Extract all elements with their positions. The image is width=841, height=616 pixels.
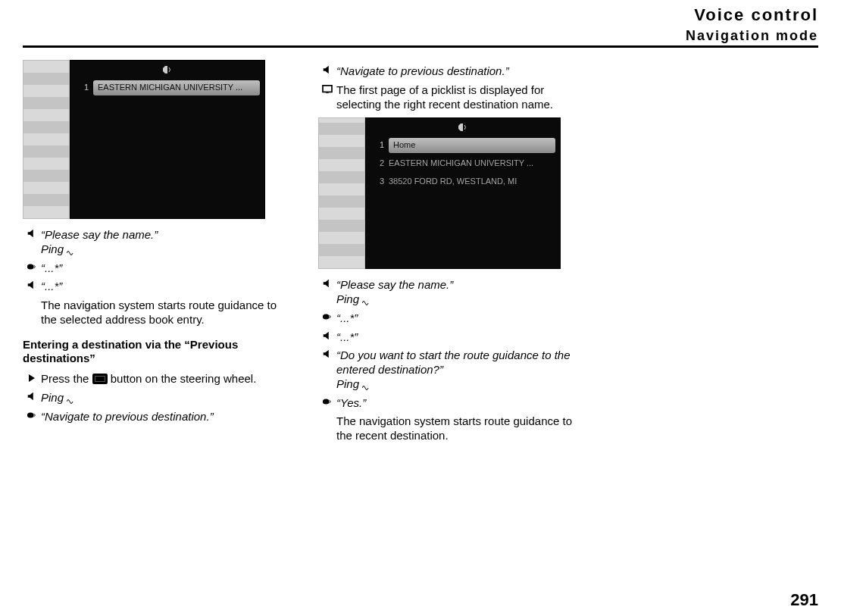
device-screen: 1 Home 2 EASTERN MICHIGAN UNIVERSITY ...… [365, 117, 561, 269]
row-label: 38520 FORD RD, WESTLAND, MI [389, 177, 555, 187]
screenshot-address-book: 1 EASTERN MICHIGAN UNIVERSITY ... [23, 60, 265, 219]
step-text: “Please say the name.” [336, 278, 453, 291]
step-text-ping: Ping [336, 292, 359, 305]
signal-icon [67, 246, 74, 254]
step-text-ping: Ping [41, 242, 64, 255]
speaker-left-icon [23, 280, 41, 294]
speaker-left-icon [23, 228, 41, 257]
step-text: Press the button on the steering wheel. [41, 372, 280, 386]
svg-point-1 [27, 412, 34, 417]
step-text: “Navigate to previous destination.” [336, 64, 576, 79]
svg-point-5 [323, 399, 330, 404]
step-text: “Do you want to start the route guidance… [336, 349, 571, 376]
row-label: Home [389, 138, 555, 153]
picklist-row-1: 1 EASTERN MICHIGAN UNIVERSITY ... [75, 79, 260, 97]
right-column: “Navigate to previous destination.” The … [318, 60, 576, 448]
row-number: 1 [370, 140, 384, 151]
speaker-left-icon [318, 64, 336, 79]
step-system-navigate-previous: “Navigate to previous destination.” [318, 64, 576, 79]
speaker-left-icon [23, 391, 41, 405]
left-column: 1 EASTERN MICHIGAN UNIVERSITY ... “Pleas… [23, 60, 280, 448]
step-press-button: Press the button on the steering wheel. [23, 372, 280, 386]
display-icon [318, 83, 336, 112]
row-number: 2 [370, 158, 384, 169]
step-user-navigate-previous: “Navigate to previous destination.” [23, 410, 280, 424]
step-text: The navigation system starts route guida… [336, 414, 576, 443]
svg-point-0 [27, 264, 34, 269]
step-text: “...*” [41, 261, 280, 276]
step-display-picklist: The first page of a picklist is displaye… [318, 83, 576, 112]
step-user-yes: “Yes.” [318, 396, 576, 411]
svg-rect-3 [326, 92, 328, 93]
signal-icon [362, 296, 370, 304]
screenshot-previous-destinations: 1 Home 2 EASTERN MICHIGAN UNIVERSITY ...… [318, 117, 561, 269]
step-user-speak-1: “...*” [23, 261, 280, 276]
step-text: The first page of a picklist is displaye… [336, 83, 576, 112]
step-text: Ping [41, 391, 64, 404]
step-text: “...*” [336, 330, 576, 345]
microphone-icon [23, 410, 41, 424]
subheading-previous-destinations: Entering a destination via the “Previous… [23, 338, 280, 367]
step-system-say-name-2: “Please say the name.” Ping [318, 278, 576, 307]
svg-point-4 [323, 314, 330, 319]
screen-voice-icon [75, 65, 260, 79]
step-text: The navigation system starts route guida… [41, 299, 280, 327]
microphone-icon [23, 261, 41, 276]
signal-icon [362, 381, 370, 389]
step-text: “...*” [41, 280, 280, 294]
row-number: 3 [370, 177, 384, 187]
picklist-row-2: 2 EASTERN MICHIGAN UNIVERSITY ... [370, 155, 555, 173]
device-screen: 1 EASTERN MICHIGAN UNIVERSITY ... [70, 60, 265, 219]
header-subtitle: Navigation mode [23, 27, 818, 45]
speaker-left-icon [318, 278, 336, 307]
picklist-row-1: 1 Home [370, 136, 555, 155]
step-text: “...*” [336, 311, 576, 326]
microphone-icon [318, 396, 336, 411]
page-number: 291 [790, 589, 818, 611]
row-label: EASTERN MICHIGAN UNIVERSITY ... [389, 158, 555, 169]
speaker-left-icon [318, 349, 336, 391]
step-text-ping: Ping [336, 377, 359, 390]
step-text: “Please say the name.” [41, 228, 158, 241]
step-user-speak-2: “...*” [318, 311, 576, 326]
picklist-row-3: 3 38520 FORD RD, WESTLAND, MI [370, 173, 555, 191]
svg-rect-2 [323, 86, 332, 92]
speaker-left-icon [318, 330, 336, 345]
step-system-confirm: “Do you want to start the route guidance… [318, 349, 576, 391]
microphone-icon [318, 311, 336, 326]
step-system-ping: Ping [23, 391, 280, 405]
step-text: “Yes.” [336, 396, 576, 411]
map-background-strip [318, 117, 365, 269]
triangle-right-icon [23, 372, 41, 386]
voice-keycap-icon [92, 374, 108, 384]
row-number: 1 [75, 83, 89, 93]
step-system-echo-2: “...*” [318, 330, 576, 345]
header-title: Voice control [23, 5, 818, 26]
step-text: “Navigate to previous destination.” [41, 410, 280, 424]
step-result-text: The navigation system starts route guida… [23, 299, 280, 327]
step-result-text-2: The navigation system starts route guida… [318, 414, 576, 443]
step-system-echo-1: “...*” [23, 280, 280, 294]
signal-icon [67, 395, 74, 402]
map-background-strip [23, 60, 70, 219]
step-system-say-name: “Please say the name.” Ping [23, 228, 280, 257]
row-label: EASTERN MICHIGAN UNIVERSITY ... [93, 80, 260, 95]
page-header: Voice control Navigation mode [23, 0, 818, 48]
screen-voice-icon [370, 123, 555, 136]
